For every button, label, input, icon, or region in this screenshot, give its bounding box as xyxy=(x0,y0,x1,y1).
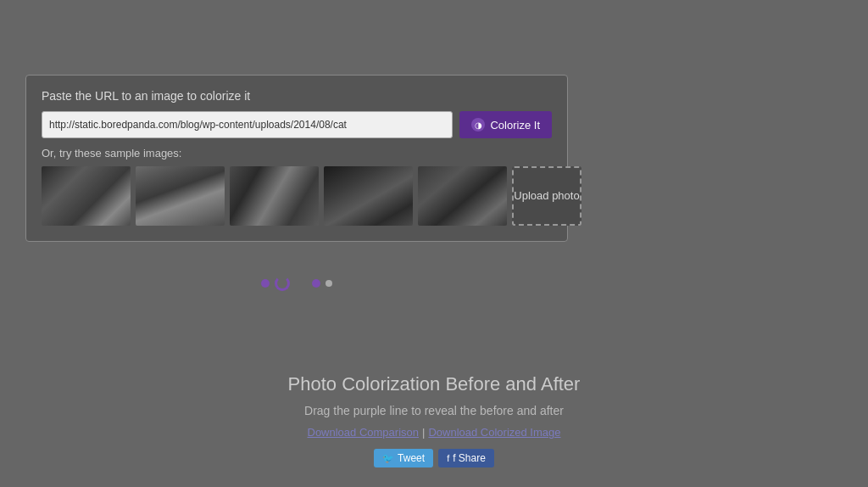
sample-label: Or, try these sample images: xyxy=(42,147,552,160)
thumbnails-row: Upload photo xyxy=(42,166,552,226)
colorize-panel: Paste the URL to an image to colorize it… xyxy=(25,75,568,242)
colorize-button[interactable]: ◑ Colorize It xyxy=(459,111,552,138)
colorize-box: Paste the URL to an image to colorize it… xyxy=(25,75,568,242)
spinner-1 xyxy=(275,276,290,291)
social-buttons: 🐦 Tweet f f Share xyxy=(0,449,868,467)
dot-1 xyxy=(261,279,270,288)
sample-thumb-4[interactable] xyxy=(324,166,413,226)
url-input[interactable] xyxy=(42,111,453,138)
tweet-label: Tweet xyxy=(398,452,425,464)
facebook-icon: f xyxy=(447,453,449,463)
separator: | xyxy=(422,426,425,439)
colorize-title: Paste the URL to an image to colorize it xyxy=(42,89,552,103)
download-links: Download Comparison | Download Colorized… xyxy=(0,426,868,439)
share-label: f Share xyxy=(453,452,486,464)
bottom-section: Photo Colorization Before and After Drag… xyxy=(0,373,868,467)
dot-3 xyxy=(326,280,332,287)
upload-photo-label: Upload photo xyxy=(514,189,579,204)
download-colorized-link[interactable]: Download Colorized Image xyxy=(428,426,560,439)
download-comparison-link[interactable]: Download Comparison xyxy=(308,426,420,439)
upload-photo-button[interactable]: Upload photo xyxy=(512,166,581,226)
sample-thumb-1[interactable] xyxy=(42,166,131,226)
section-title: Photo Colorization Before and After xyxy=(0,373,868,395)
colorize-icon: ◑ xyxy=(471,118,485,132)
twitter-icon: 🐦 xyxy=(382,453,394,464)
colorize-button-label: Colorize It xyxy=(490,119,540,132)
sample-thumb-3[interactable] xyxy=(230,166,319,226)
loading-dots-area xyxy=(25,276,568,291)
url-row: ◑ Colorize It xyxy=(42,111,552,138)
dot-2 xyxy=(312,279,320,288)
sample-thumb-5[interactable] xyxy=(418,166,507,226)
tweet-button[interactable]: 🐦 Tweet xyxy=(374,449,433,467)
sample-thumb-2[interactable] xyxy=(136,166,225,226)
facebook-share-button[interactable]: f f Share xyxy=(438,449,494,467)
section-subtitle: Drag the purple line to reveal the befor… xyxy=(0,404,868,417)
